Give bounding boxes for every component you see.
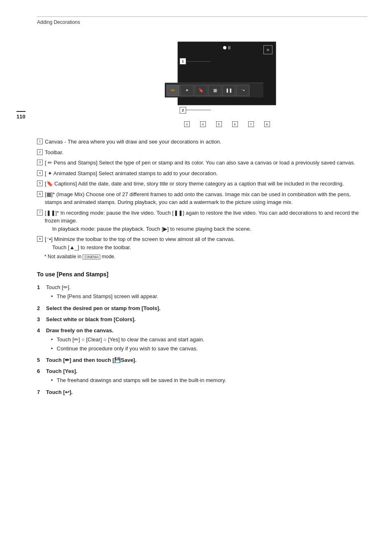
line-2 bbox=[186, 110, 211, 110]
item-2: 2 Toolbar. bbox=[37, 148, 367, 157]
pause-button[interactable]: ❚❚ bbox=[222, 85, 235, 96]
num-label-3: 3 bbox=[184, 121, 190, 127]
num-label-5: 5 bbox=[216, 121, 222, 127]
section-heading: To use [Pens and Stamps] bbox=[37, 271, 367, 278]
callout-1: 1 bbox=[180, 58, 186, 65]
page-number: 110 bbox=[16, 111, 25, 120]
step-content-2: Select the desired pen or stamp from [To… bbox=[46, 304, 367, 313]
bullet-item: The freehand drawings and stamps will be… bbox=[51, 376, 367, 385]
item-text-1: Canvas - The area where you will draw an… bbox=[45, 138, 367, 146]
item-num-6: 6 bbox=[37, 191, 43, 197]
step-4: 4 Draw freely on the canvas. Touch [✏] ○… bbox=[37, 327, 367, 353]
item-text-7: [❚❚]* In recording mode: pause the live … bbox=[45, 209, 367, 233]
camera-screen: II ✕ ✏ ✦ 🔖 ▦ ❚❚ ⁻▪ bbox=[178, 42, 276, 105]
item-7: 7 [❚❚]* In recording mode: pause the liv… bbox=[37, 209, 367, 233]
step-num-2: 2 bbox=[37, 304, 46, 313]
step-3: 3 Select white or black from [Colors]. bbox=[37, 315, 367, 324]
item-text-8: [⁻▪] Minimize the toolbar to the top of … bbox=[45, 235, 367, 251]
step-4-bullets: Touch [✏] ○ [Clear] ○ [Yes] to clear the… bbox=[51, 336, 367, 352]
item-6: 6 [▦]* (Image Mix) Choose one of 27 diff… bbox=[37, 190, 367, 206]
step-content-7: Touch [↩]. bbox=[46, 388, 367, 396]
top-rule bbox=[37, 16, 367, 17]
step-content-1: Touch [✏]. The [Pens and Stamps] screen … bbox=[46, 283, 367, 301]
item-text-2: Toolbar. bbox=[45, 148, 367, 157]
page-header: Adding Decorations bbox=[37, 19, 367, 25]
item-num-5: 5 bbox=[37, 181, 43, 186]
rec-dot bbox=[223, 46, 226, 49]
callout-2: 2 bbox=[180, 107, 186, 114]
item-3: 3 [ ✏ Pens and Stamps] Select the type o… bbox=[37, 159, 367, 167]
pause-symbol: II bbox=[228, 45, 231, 50]
item-text-4: [ ✦ Animated Stamps] Select animated sta… bbox=[45, 169, 367, 178]
step-num-6: 6 bbox=[37, 367, 46, 375]
step-num-5: 5 bbox=[37, 356, 46, 364]
step-2: 2 Select the desired pen or stamp from [… bbox=[37, 304, 367, 313]
step-content-3: Select white or black from [Colors]. bbox=[46, 315, 367, 324]
items-section: 1 Canvas - The area where you will draw … bbox=[37, 138, 367, 259]
step-num-4: 4 bbox=[37, 327, 46, 335]
pen-stamp-button[interactable]: ✏ bbox=[166, 85, 180, 96]
bullet-item: Touch [✏] ○ [Clear] ○ [Yes] to clear the… bbox=[51, 336, 367, 344]
camera-diagram: II ✕ ✏ ✦ 🔖 ▦ ❚❚ ⁻▪ 1 bbox=[116, 37, 288, 128]
page-container: Adding Decorations 110 II ✕ ✏ ✦ bbox=[0, 0, 392, 416]
step-num-3: 3 bbox=[37, 315, 46, 324]
cinema-badge: CINEMA bbox=[83, 255, 100, 259]
bullet-item: Continue the procedure only if you wish … bbox=[51, 345, 367, 353]
item-num-8: 8 bbox=[37, 236, 43, 242]
num-label-4: 4 bbox=[200, 121, 206, 127]
num-label-7: 7 bbox=[248, 121, 254, 127]
step-6: 6 Touch [Yes]. The freehand drawings and… bbox=[37, 367, 367, 385]
step-1: 1 Touch [✏]. The [Pens and Stamps] scree… bbox=[37, 283, 367, 301]
item-1: 1 Canvas - The area where you will draw … bbox=[37, 138, 367, 146]
step-content-6: Touch [Yes]. The freehand drawings and s… bbox=[46, 367, 367, 385]
step-num-1: 1 bbox=[37, 283, 46, 292]
item-4: 4 [ ✦ Animated Stamps] Select animated s… bbox=[37, 169, 367, 178]
num-label-8: 8 bbox=[264, 121, 270, 127]
item-num-1: 1 bbox=[37, 139, 43, 144]
toolbar-strip: ✏ ✦ 🔖 ▦ ❚❚ ⁻▪ bbox=[165, 83, 263, 97]
item-num-2: 2 bbox=[37, 149, 43, 155]
item-text-6: [▦]* (Image Mix) Choose one of 27 differ… bbox=[45, 190, 367, 206]
step-7: 7 Touch [↩]. bbox=[37, 388, 367, 396]
step-content-5: Touch [✏] and then touch [💾Save]. bbox=[46, 356, 367, 364]
line-1 bbox=[186, 61, 211, 62]
steps-list: 1 Touch [✏]. The [Pens and Stamps] scree… bbox=[37, 283, 367, 396]
image-mix-button[interactable]: ▦ bbox=[208, 85, 221, 96]
item-8: 8 [⁻▪] Minimize the toolbar to the top o… bbox=[37, 235, 367, 251]
bullet-item: The [Pens and Stamps] screen will appear… bbox=[51, 292, 367, 301]
item-text-5: [🔖 Captions] Add the date, date and time… bbox=[45, 180, 367, 188]
minimize-button[interactable]: ⁻▪ bbox=[236, 85, 249, 96]
record-indicator: II bbox=[223, 45, 231, 50]
captions-button[interactable]: 🔖 bbox=[194, 85, 208, 96]
item-num-3: 3 bbox=[37, 160, 43, 165]
step-6-bullets: The freehand drawings and stamps will be… bbox=[51, 376, 367, 385]
step-content-4: Draw freely on the canvas. Touch [✏] ○ [… bbox=[46, 327, 367, 353]
step-5: 5 Touch [✏] and then touch [💾Save]. bbox=[37, 356, 367, 364]
close-button[interactable]: ✕ bbox=[263, 45, 272, 54]
close-icon: ✕ bbox=[266, 48, 270, 52]
item-num-4: 4 bbox=[37, 170, 43, 176]
animated-stamp-button[interactable]: ✦ bbox=[180, 85, 194, 96]
footnote: * Not available in CINEMA mode. bbox=[44, 254, 367, 259]
item-text-3: [ ✏ Pens and Stamps] Select the type of … bbox=[45, 159, 367, 167]
bottom-labels: 3 4 5 6 7 8 bbox=[179, 121, 275, 127]
step-num-7: 7 bbox=[37, 388, 46, 396]
item-num-7: 7 bbox=[37, 210, 43, 215]
step-1-bullets: The [Pens and Stamps] screen will appear… bbox=[51, 292, 367, 301]
diagram-container: II ✕ ✏ ✦ 🔖 ▦ ❚❚ ⁻▪ 1 bbox=[37, 37, 367, 128]
item-5: 5 [🔖 Captions] Add the date, date and ti… bbox=[37, 180, 367, 188]
num-label-6: 6 bbox=[232, 121, 238, 127]
